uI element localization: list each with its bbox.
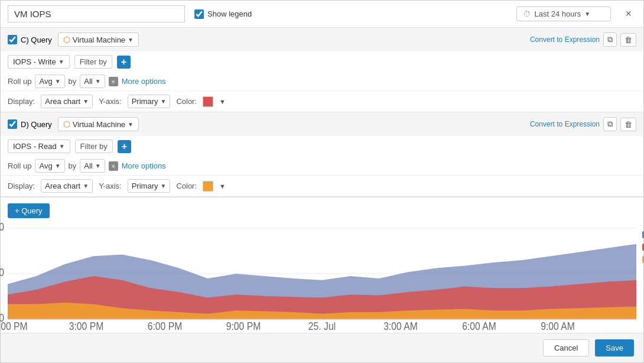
color-d-chevron-icon[interactable]: ▼ <box>219 183 226 190</box>
delete-d-button[interactable]: 🗑 <box>620 118 636 131</box>
time-selector[interactable]: ⏱ Last 24 hours ▼ <box>516 7 611 21</box>
svg-text:6:00 PM: 6:00 PM <box>148 320 182 332</box>
display-type-d-text: Area chart <box>45 182 80 190</box>
display-c-label: Display: <box>8 97 35 106</box>
color-c-swatch[interactable] <box>203 96 213 107</box>
rollup-by-d-chevron-icon: ▼ <box>95 163 101 169</box>
rollup-by-c-select[interactable]: All ▼ <box>80 74 105 88</box>
svg-text:9:00 AM: 9:00 AM <box>541 320 575 332</box>
rollup-c-chevron-icon: ▼ <box>55 78 61 85</box>
duplicate-c-button[interactable]: ⧉ <box>603 33 617 47</box>
query-d-metric-row: IOPS - Read ▼ Filter by + <box>1 136 643 157</box>
query-c-actions: Convert to Expression ⧉ 🗑 <box>530 33 636 47</box>
display-type-c-text: Area chart <box>45 97 80 106</box>
clear-rollup-d-button[interactable]: × <box>109 161 118 171</box>
add-query-button[interactable]: + Query <box>8 203 50 218</box>
yaxis-d-chevron-icon: ▼ <box>160 183 166 189</box>
query-c-header: C) Query ⬡ Virtual Machine ▼ Convert to … <box>1 28 643 51</box>
query-d-checkbox[interactable] <box>8 119 17 129</box>
filter-c-button[interactable]: Filter by <box>74 55 112 69</box>
display-d-label: Display: <box>8 182 35 190</box>
cancel-button[interactable]: Cancel <box>543 339 589 356</box>
rollup-d-select[interactable]: Avg ▼ <box>35 159 64 173</box>
yaxis-c-select[interactable]: Primary ▼ <box>128 95 171 108</box>
yaxis-c-text: Primary <box>132 97 158 106</box>
title-input[interactable] <box>8 5 185 22</box>
rollup-by-d-select[interactable]: All ▼ <box>80 159 105 173</box>
rollup-c-select[interactable]: Avg ▼ <box>35 74 64 88</box>
chevron-d-icon: ▼ <box>128 121 134 128</box>
metric-d-badge[interactable]: IOPS - Read ▼ <box>8 140 70 153</box>
yaxis-c-label: Y-axis: <box>99 97 122 106</box>
add-filter-d-button[interactable]: + <box>118 140 131 153</box>
query-d-rollup-row: Roll up Avg ▼ by All ▼ × More options <box>1 157 643 175</box>
query-c-type-text: Virtual Machine <box>73 35 125 44</box>
save-button[interactable]: Save <box>595 339 634 356</box>
color-c-label: Color: <box>176 97 197 106</box>
show-legend-text: Show legend <box>207 9 252 18</box>
query-d-display-row: Display: Area chart ▼ Y-axis: Primary ▼ … <box>1 175 643 196</box>
rollup-d-label: Roll up <box>8 161 31 170</box>
clock-icon: ⏱ <box>523 9 531 18</box>
queries-container: C) Query ⬡ Virtual Machine ▼ Convert to … <box>1 28 643 197</box>
query-d-label: D) Query <box>8 119 52 129</box>
more-options-c-link[interactable]: More options <box>122 77 166 86</box>
yaxis-d-label: Y-axis: <box>99 182 122 190</box>
color-c-chevron-icon[interactable]: ▼ <box>219 98 226 105</box>
svg-text:3:00 AM: 3:00 AM <box>383 320 418 332</box>
chart-svg: 100 50 0 12:00 PM 3:00 PM 6:00 PM <box>8 224 636 328</box>
metric-d-chevron-icon: ▼ <box>59 143 65 150</box>
query-block-c: C) Query ⬡ Virtual Machine ▼ Convert to … <box>1 28 643 112</box>
display-type-c-chevron-icon: ▼ <box>83 98 89 105</box>
display-type-c-select[interactable]: Area chart ▼ <box>41 95 93 108</box>
svg-text:12:00 PM: 12:00 PM <box>0 320 28 332</box>
close-button[interactable]: × <box>620 5 636 22</box>
vm-icon-c: ⬡ <box>63 35 70 44</box>
show-legend-checkbox[interactable] <box>194 9 204 19</box>
query-d-header: D) Query ⬡ Virtual Machine ▼ Convert to … <box>1 112 643 136</box>
svg-text:25. Jul: 25. Jul <box>308 320 336 332</box>
rollup-by-c-chevron-icon: ▼ <box>95 78 101 85</box>
rollup-d-chevron-icon: ▼ <box>55 163 61 169</box>
svg-text:100: 100 <box>0 221 4 233</box>
by-c-label: by <box>69 77 77 86</box>
query-c-type-badge[interactable]: ⬡ Virtual Machine ▼ <box>58 33 139 47</box>
rollup-d-value: Avg <box>39 161 52 170</box>
svg-text:6:00 AM: 6:00 AM <box>462 320 496 332</box>
modal-container: Show legend ⏱ Last 24 hours ▼ × C) Query… <box>0 0 644 363</box>
yaxis-d-select[interactable]: Primary ▼ <box>128 179 171 193</box>
convert-d-link[interactable]: Convert to Expression <box>530 120 600 128</box>
metric-c-text: IOPS - Write <box>13 57 56 66</box>
svg-text:9:00 PM: 9:00 PM <box>226 320 261 332</box>
more-options-d-link[interactable]: More options <box>122 161 166 170</box>
chart-container: 100 50 0 12:00 PM 3:00 PM 6:00 PM <box>1 224 643 333</box>
yaxis-d-text: Primary <box>132 182 158 190</box>
by-d-label: by <box>69 161 77 170</box>
rollup-by-c-value: All <box>84 77 92 86</box>
rollup-by-d-value: All <box>84 161 92 170</box>
chevron-down-icon: ▼ <box>584 11 590 17</box>
query-c-label: C) Query <box>8 35 52 44</box>
query-c-checkbox[interactable] <box>8 35 17 44</box>
yaxis-c-chevron-icon: ▼ <box>160 98 166 105</box>
chevron-c-icon: ▼ <box>128 37 134 43</box>
query-d-type-badge[interactable]: ⬡ Virtual Machine ▼ <box>58 117 139 131</box>
add-filter-c-button[interactable]: + <box>117 56 131 69</box>
rollup-c-label: Roll up <box>8 77 31 86</box>
filter-d-button[interactable]: Filter by <box>75 140 113 153</box>
chart-wrap: 100 50 0 12:00 PM 3:00 PM 6:00 PM <box>8 224 636 328</box>
convert-c-link[interactable]: Convert to Expression <box>530 35 600 44</box>
svg-text:50: 50 <box>0 267 4 278</box>
display-type-d-select[interactable]: Area chart ▼ <box>41 179 93 193</box>
duplicate-d-button[interactable]: ⧉ <box>603 117 617 131</box>
add-query-row: + Query <box>1 197 643 224</box>
rollup-c-value: Avg <box>39 77 52 86</box>
metric-c-badge[interactable]: IOPS - Write ▼ <box>8 55 70 69</box>
clear-rollup-c-button[interactable]: × <box>109 77 118 86</box>
show-legend-label: Show legend <box>194 9 252 19</box>
color-d-swatch[interactable] <box>203 181 213 192</box>
query-c-rollup-row: Roll up Avg ▼ by All ▼ × More options <box>1 72 643 90</box>
query-d-type-text: Virtual Machine <box>73 120 125 129</box>
delete-c-button[interactable]: 🗑 <box>620 33 636 47</box>
time-selector-text: Last 24 hours <box>534 9 581 18</box>
